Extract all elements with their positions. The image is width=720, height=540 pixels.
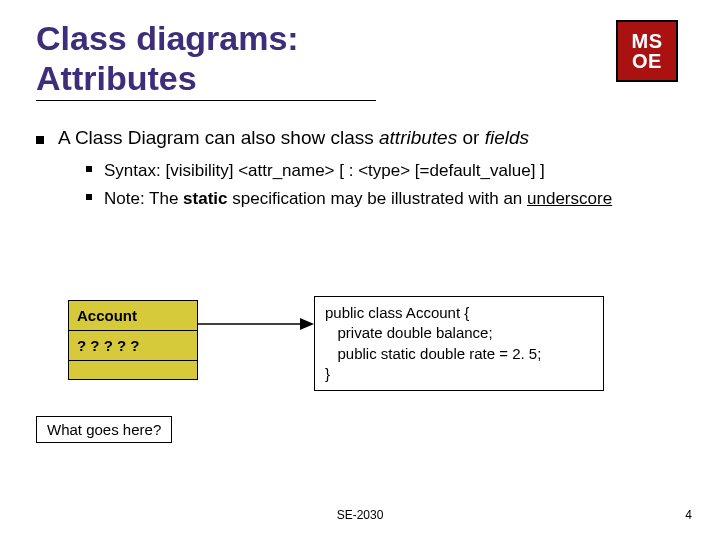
msoe-logo: MS OE: [616, 20, 678, 82]
sub-bullet-2-text: Note: The static specification may be il…: [104, 187, 612, 211]
footer-page-number: 4: [685, 508, 692, 522]
main-point-attr: attributes: [379, 127, 462, 148]
sub-bullet-2: Note: The static specification may be il…: [86, 187, 684, 211]
svg-marker-1: [300, 318, 314, 330]
bullet-icon: [36, 136, 44, 144]
main-point-fields: fields: [485, 127, 529, 148]
uml-class-box: Account ? ? ? ? ?: [68, 300, 198, 380]
sub2-static: static: [183, 189, 227, 208]
uml-class-name: Account: [69, 301, 197, 331]
code-line-2: private double balance;: [325, 323, 593, 343]
title-line-2: Attributes: [36, 59, 197, 97]
arrow-icon: [196, 314, 316, 334]
logo-row-1: MS: [632, 31, 663, 51]
logo-row-2: OE: [632, 51, 662, 71]
what-goes-here-text: What goes here?: [47, 421, 161, 438]
title-row: Class diagrams: Attributes MS OE: [36, 18, 684, 101]
code-line-1: public class Account {: [325, 303, 593, 323]
sub2-underscore: underscore: [527, 189, 612, 208]
slide: Class diagrams: Attributes MS OE A Class…: [0, 0, 720, 540]
bullet-icon: [86, 194, 92, 200]
main-point-pre: A Class Diagram can also show class: [58, 127, 379, 148]
code-line-3: public static double rate = 2. 5;: [325, 344, 593, 364]
footer-course-code: SE-2030: [0, 508, 720, 522]
code-line-4: }: [325, 364, 593, 384]
code-box: public class Account { private double ba…: [314, 296, 604, 391]
body-area: A Class Diagram can also show class attr…: [36, 127, 684, 211]
main-point-or: or: [462, 127, 484, 148]
main-bullet: A Class Diagram can also show class attr…: [36, 127, 684, 149]
what-goes-here-box: What goes here?: [36, 416, 172, 443]
bullet-icon: [86, 166, 92, 172]
uml-methods: [69, 361, 197, 379]
sub-bullet-1: Syntax: [visibility] <attr_name> [ : <ty…: [86, 159, 684, 183]
slide-title: Class diagrams: Attributes: [36, 18, 376, 101]
sub2-mid: specification may be illustrated with an: [228, 189, 528, 208]
sub2-pre: Note: The: [104, 189, 183, 208]
sub-bullet-list: Syntax: [visibility] <attr_name> [ : <ty…: [86, 159, 684, 211]
title-line-1: Class diagrams:: [36, 19, 299, 57]
main-point-text: A Class Diagram can also show class attr…: [58, 127, 529, 149]
sub-bullet-1-text: Syntax: [visibility] <attr_name> [ : <ty…: [104, 159, 545, 183]
uml-attributes: ? ? ? ? ?: [69, 331, 197, 361]
